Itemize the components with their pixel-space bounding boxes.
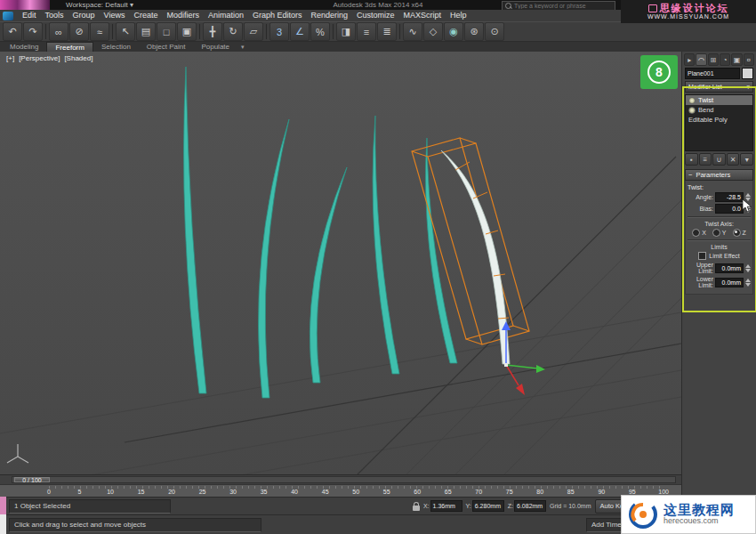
menu-views[interactable]: Views bbox=[100, 10, 130, 21]
percent-snap-icon[interactable]: % bbox=[310, 22, 330, 41]
display-tab[interactable]: ▣ bbox=[731, 53, 742, 66]
twist-group-label: Twist: bbox=[688, 184, 751, 190]
ribbon-tab-modeling[interactable]: Modeling bbox=[2, 42, 46, 52]
limit-effect-checkbox[interactable] bbox=[698, 252, 706, 260]
viewport-menu-pov[interactable]: [Perspective] bbox=[19, 54, 60, 62]
modifier-list-dropdown[interactable]: Modifier List ▾ bbox=[685, 81, 753, 93]
utilities-tab[interactable]: ¤ bbox=[744, 53, 754, 66]
workspace-selector[interactable]: Workspace: Default ▾ bbox=[66, 0, 133, 10]
unlink-selection-icon[interactable]: ⊘ bbox=[69, 22, 89, 41]
hierarchy-tab[interactable]: ⊞ bbox=[708, 53, 719, 66]
menu-create[interactable]: Create bbox=[129, 10, 162, 21]
schematic-view-icon[interactable]: ◇ bbox=[423, 22, 443, 41]
axis-radio-y[interactable] bbox=[712, 229, 720, 237]
selection-lock-icon[interactable] bbox=[413, 506, 420, 511]
menu-rendering[interactable]: Rendering bbox=[307, 10, 353, 21]
selected-blade[interactable] bbox=[441, 150, 510, 364]
rollout-collapse-icon[interactable]: − bbox=[688, 171, 692, 179]
select-and-scale-icon[interactable]: ▱ bbox=[244, 22, 263, 41]
menu-group[interactable]: Group bbox=[68, 10, 100, 21]
rectangular-selection-region-icon[interactable]: □ bbox=[157, 22, 176, 41]
ribbon-tab-object-paint[interactable]: Object Paint bbox=[139, 42, 194, 52]
z-value[interactable]: 6.082mm bbox=[514, 500, 546, 512]
menu-maxscript[interactable]: MAXScript bbox=[399, 10, 446, 21]
parameters-rollout-header[interactable]: − Parameters bbox=[685, 169, 753, 181]
angle-spinner[interactable]: -28.5 bbox=[715, 192, 744, 202]
remove-modifier-icon[interactable]: ✕ bbox=[727, 153, 740, 166]
time-slider-groove[interactable]: 0 / 100 bbox=[12, 476, 676, 483]
perspective-viewport[interactable]: [+] [Perspective] [Shaded] bbox=[0, 52, 681, 474]
bind-to-space-warp-icon[interactable]: ≈ bbox=[90, 22, 109, 41]
align-icon[interactable]: ≡ bbox=[357, 22, 376, 41]
track-bar[interactable]: 0510152025303540455055606570758085909510… bbox=[0, 484, 681, 497]
ribbon-tab-freeform[interactable]: Freeform bbox=[46, 42, 92, 52]
object-color-swatch[interactable] bbox=[742, 68, 753, 79]
show-end-result-icon[interactable]: ≡ bbox=[699, 153, 712, 166]
select-by-name-icon[interactable]: ▤ bbox=[136, 22, 156, 41]
snaps-toggle-icon[interactable]: 3 bbox=[269, 22, 289, 41]
curve-editor-icon[interactable]: ∿ bbox=[403, 22, 422, 41]
trackbar-tick-50: 50 bbox=[351, 489, 360, 495]
trackbar-tick-15: 15 bbox=[137, 489, 146, 495]
maxscript-mini-listener[interactable] bbox=[0, 514, 6, 534]
lower-limit-arrows[interactable] bbox=[745, 279, 751, 287]
blade-objects[interactable] bbox=[184, 67, 457, 398]
upper-limit-arrows[interactable] bbox=[745, 264, 751, 272]
select-and-link-icon[interactable]: ∞ bbox=[49, 22, 68, 41]
mouse-cursor bbox=[743, 199, 752, 213]
lower-limit-spinner[interactable]: 0.0mm bbox=[715, 278, 744, 287]
axis-radio-x[interactable] bbox=[692, 229, 700, 237]
maxscript-macro-recorder[interactable] bbox=[0, 497, 6, 514]
select-object-icon[interactable]: ↖ bbox=[116, 22, 135, 41]
stack-item-twist[interactable]: Twist bbox=[686, 95, 752, 105]
ribbon-more-icon[interactable]: ▾ bbox=[237, 42, 248, 52]
time-slider-handle[interactable]: 0 / 100 bbox=[14, 477, 50, 482]
menu-animation[interactable]: Animation bbox=[204, 10, 248, 21]
max-logo-icon[interactable] bbox=[3, 12, 13, 20]
axis-radio-z[interactable] bbox=[733, 229, 741, 237]
window-crossing-icon[interactable]: ▣ bbox=[177, 22, 197, 41]
material-editor-icon[interactable]: ◉ bbox=[444, 22, 463, 41]
axis-option-y[interactable]: Y bbox=[712, 229, 727, 237]
modify-tab[interactable]: ◠ bbox=[696, 53, 706, 66]
angle-snap-icon[interactable]: ∠ bbox=[290, 22, 310, 41]
search-input[interactable] bbox=[514, 3, 612, 9]
render-setup-icon[interactable]: ⊛ bbox=[464, 22, 484, 41]
x-value[interactable]: 1.36mm bbox=[430, 500, 462, 512]
motion-tab[interactable]: ◔ bbox=[720, 53, 730, 66]
menu-tools[interactable]: Tools bbox=[41, 10, 68, 21]
create-tab[interactable]: ▸ bbox=[684, 53, 695, 66]
render-production-icon[interactable]: ⊙ bbox=[485, 22, 504, 41]
modifier-bulb-icon[interactable] bbox=[688, 107, 696, 114]
blade-2 bbox=[258, 119, 289, 398]
axis-option-z[interactable]: Z bbox=[733, 229, 746, 237]
viewport-menu-general[interactable]: [+] bbox=[6, 54, 14, 62]
select-and-move-icon[interactable]: ╋ bbox=[203, 22, 222, 41]
select-and-rotate-icon[interactable]: ↻ bbox=[223, 22, 243, 41]
gizmo-x-axis bbox=[506, 365, 519, 385]
stack-item-bend[interactable]: Bend bbox=[686, 105, 752, 115]
menu-edit[interactable]: Edit bbox=[18, 10, 41, 21]
make-unique-icon[interactable]: ∪ bbox=[712, 153, 726, 166]
menu-help[interactable]: Help bbox=[446, 10, 471, 21]
undo-icon[interactable]: ↶ bbox=[3, 22, 22, 41]
menu-modifiers[interactable]: Modifiers bbox=[162, 10, 204, 21]
mirror-icon[interactable]: ◨ bbox=[336, 22, 356, 41]
ribbon-tab-selection[interactable]: Selection bbox=[93, 42, 139, 52]
modifier-bulb-icon[interactable] bbox=[688, 97, 696, 104]
viewport-canvas[interactable] bbox=[0, 52, 681, 474]
bias-spinner[interactable]: 0.0 bbox=[715, 204, 744, 214]
menu-customize[interactable]: Customize bbox=[352, 10, 399, 21]
object-name-field[interactable]: Plane001 bbox=[685, 68, 740, 79]
ribbon-tab-populate[interactable]: Populate bbox=[193, 42, 237, 52]
configure-modifier-sets-icon[interactable]: ▾ bbox=[740, 153, 753, 166]
viewport-menu-shading[interactable]: [Shaded] bbox=[64, 54, 92, 62]
pin-stack-icon[interactable]: ▪ bbox=[685, 153, 698, 166]
stack-item-editable-poly[interactable]: Editable Poly bbox=[686, 115, 752, 125]
upper-limit-spinner[interactable]: 0.0mm bbox=[715, 263, 744, 273]
redo-icon[interactable]: ↷ bbox=[23, 22, 43, 41]
menu-graph-editors[interactable]: Graph Editors bbox=[248, 10, 307, 21]
layer-manager-icon[interactable]: ≣ bbox=[377, 22, 397, 41]
y-value[interactable]: 6.280mm bbox=[472, 500, 504, 512]
axis-option-x[interactable]: X bbox=[692, 229, 706, 237]
